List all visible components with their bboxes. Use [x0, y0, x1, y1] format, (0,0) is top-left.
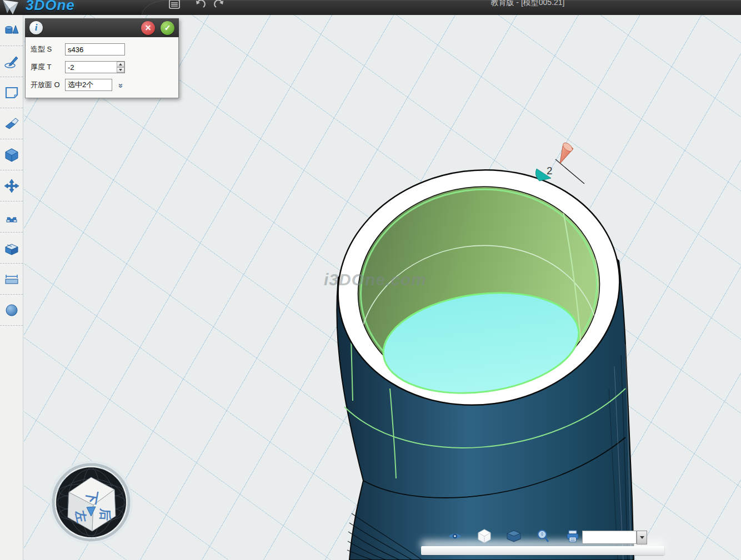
printer-icon	[565, 529, 580, 543]
tool-sketch[interactable]	[0, 46, 23, 77]
trim-eraser-icon	[4, 117, 19, 131]
tool-primitives[interactable]	[0, 15, 23, 46]
tool-trim[interactable]	[0, 108, 23, 139]
open-faces-label: 开放面 O	[31, 80, 65, 90]
cancel-button[interactable]: ✕	[141, 21, 155, 35]
tool-sketch-plane[interactable]	[0, 77, 23, 108]
field-row-open-faces: 开放面 O »	[31, 79, 173, 91]
shape-input[interactable]	[65, 43, 125, 56]
tool-render[interactable]	[0, 295, 23, 326]
sketch-plane-icon	[4, 85, 19, 100]
field-row-shape: 造型 S	[31, 43, 173, 56]
sketch-pen-icon	[4, 54, 19, 69]
measure-icon	[4, 272, 19, 286]
app-logo-icon	[2, 0, 24, 15]
window-title: 教育版 - [模型005.21]	[389, 0, 667, 8]
thickness-label: 厚度 T	[31, 62, 65, 72]
dropdown-arrow-button[interactable]	[637, 531, 647, 544]
thickness-spinner	[117, 62, 124, 73]
toolbar-shelf	[421, 546, 664, 555]
spinner-down-button[interactable]	[117, 67, 124, 73]
tool-move[interactable]	[0, 170, 23, 201]
tool-measure[interactable]	[0, 264, 23, 295]
open-faces-input[interactable]	[65, 79, 112, 91]
view-scale-dropdown[interactable]	[582, 531, 637, 544]
titlebar: 3DOne 教育版 - [模型005.21]	[0, 0, 741, 15]
thickness-input[interactable]	[65, 61, 125, 73]
feature-cube-icon	[4, 148, 19, 162]
magnet-icon	[4, 210, 19, 224]
undo-icon[interactable]	[194, 0, 207, 11]
confirm-button[interactable]: ✓	[161, 21, 174, 35]
spinner-up-button[interactable]	[117, 62, 124, 67]
view-cube-svg: 下 左 后	[49, 461, 133, 545]
white-cube-icon	[478, 529, 491, 543]
expand-chevron-icon[interactable]: »	[116, 79, 127, 91]
info-button[interactable]: i	[29, 21, 43, 34]
tool-snap[interactable]	[0, 201, 23, 233]
zoom-button[interactable]	[536, 529, 550, 543]
cube-label-top: 下	[83, 489, 101, 505]
cube-label-right: 后	[98, 508, 113, 521]
display-toolbar	[448, 529, 580, 543]
shaded-mode-button[interactable]	[507, 529, 521, 543]
eye-icon	[448, 531, 462, 542]
print-button[interactable]	[565, 529, 580, 543]
render-sphere-icon	[4, 303, 19, 317]
shaded-cube-icon	[507, 530, 521, 542]
dialog-body: 造型 S 厚度 T 开放面 O »	[25, 37, 179, 98]
sidebar-toolbox	[0, 15, 23, 560]
shape-label: 造型 S	[31, 44, 65, 54]
primitives-icon	[4, 23, 19, 38]
assembly-box-icon	[4, 241, 19, 255]
document-icon[interactable]	[168, 0, 181, 11]
app-logo-text: 3DOne	[26, 0, 75, 14]
visibility-button[interactable]	[448, 529, 462, 543]
tool-feature-modeling[interactable]	[0, 139, 23, 170]
redo-icon[interactable]	[213, 0, 225, 11]
tool-assembly[interactable]	[0, 233, 23, 264]
magnifier-icon	[537, 529, 550, 543]
wireframe-mode-button[interactable]	[477, 529, 492, 543]
view-cube-navigator[interactable]: 下 左 后	[49, 461, 133, 545]
field-row-thickness: 厚度 T	[31, 61, 173, 73]
shell-dialog: i ✕ ✓ 造型 S 厚度 T 开放面 O »	[25, 18, 179, 98]
dialog-header: i ✕ ✓	[25, 18, 179, 37]
move-arrows-icon	[4, 179, 19, 193]
